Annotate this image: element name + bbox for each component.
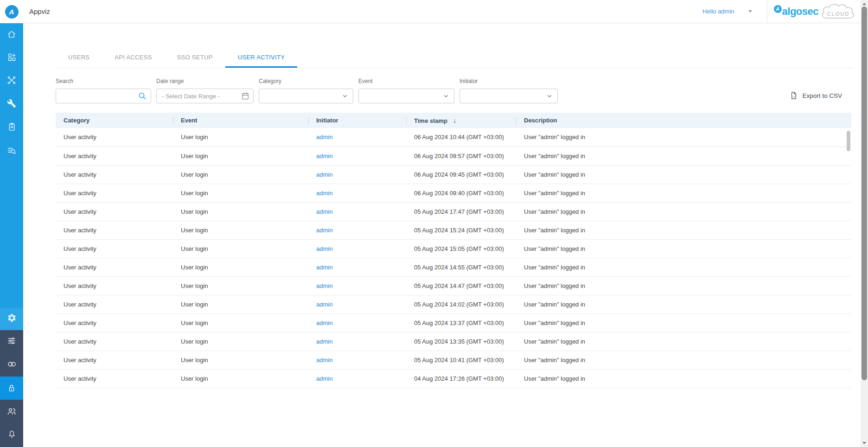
initiator-link[interactable]: admin (316, 264, 332, 271)
sidebar-item-network-map[interactable] (0, 69, 23, 91)
initiator-link[interactable]: admin (316, 338, 332, 345)
initiator-select[interactable] (460, 89, 558, 103)
cell-description: User "admin" logged in (516, 295, 851, 313)
sidebar-item-integrations[interactable] (0, 353, 23, 375)
initiator-link[interactable]: admin (316, 208, 332, 215)
algosec-mark-icon: A (774, 5, 782, 13)
cell-event: User login (173, 369, 308, 388)
sidebar-item-notifications[interactable] (0, 422, 23, 445)
sidebar-item-home[interactable] (0, 23, 23, 45)
table-row[interactable]: User activity User login admin 04 Aug 20… (56, 369, 851, 388)
cell-category: User activity (56, 295, 173, 313)
initiator-link[interactable]: admin (316, 282, 332, 289)
apps-icon (7, 52, 17, 62)
cell-event: User login (173, 128, 308, 147)
svg-text:csv: csv (793, 96, 796, 98)
table-row[interactable]: User activity User login admin 06 Aug 20… (56, 165, 851, 184)
sidebar-item-security[interactable] (0, 377, 23, 399)
cell-description: User "admin" logged in (516, 128, 851, 147)
scroll-up-icon[interactable] (862, 3, 866, 5)
app-logo[interactable]: A (0, 0, 23, 23)
cell-description: User "admin" logged in (516, 221, 851, 239)
initiator-link[interactable]: admin (316, 134, 332, 140)
cell-timestamp: 05 Aug 2024 13:37 (GMT +03:00) (406, 313, 516, 332)
calendar-icon[interactable] (241, 91, 250, 102)
wrench-icon (7, 99, 16, 108)
col-header-initiator[interactable]: Initiator (308, 113, 406, 128)
cell-timestamp: 06 Aug 2024 09:57 (GMT +03:00) (406, 147, 516, 165)
link-rings-icon (6, 359, 17, 370)
initiator-link[interactable]: admin (316, 301, 332, 308)
cell-category: User activity (56, 147, 173, 165)
tab-user-activity[interactable]: USER ACTIVITY (225, 49, 297, 68)
window-scrollbar[interactable] (861, 0, 868, 447)
initiator-link[interactable]: admin (316, 227, 332, 234)
initiator-link[interactable]: admin (316, 245, 332, 252)
search-icon[interactable] (137, 91, 147, 103)
date-range-label: Date range (156, 78, 254, 84)
sidebar-item-tools[interactable] (0, 92, 23, 115)
table-row[interactable]: User activity User login admin 06 Aug 20… (56, 184, 851, 202)
home-icon (6, 29, 17, 39)
cell-category: User activity (56, 128, 173, 147)
table-row[interactable]: User activity User login admin 06 Aug 20… (56, 128, 851, 147)
table-row[interactable]: User activity User login admin 05 Aug 20… (56, 276, 851, 295)
activity-table-body: User activity User login admin 06 Aug 20… (56, 128, 851, 388)
sort-desc-icon[interactable]: ↓ (453, 117, 456, 124)
sidebar-item-settings[interactable] (0, 307, 23, 329)
table-scrollbar-thumb[interactable] (847, 131, 850, 151)
cell-category: User activity (56, 332, 173, 351)
user-menu[interactable]: Hello admin (702, 8, 734, 15)
tab-api-access[interactable]: API ACCESS (102, 49, 164, 68)
initiator-link[interactable]: admin (316, 357, 332, 364)
svg-text:CLOUD: CLOUD (827, 11, 850, 17)
col-header-category[interactable]: Category (56, 113, 173, 128)
category-select[interactable] (259, 89, 353, 103)
event-label: Event (358, 78, 454, 84)
scroll-down-icon[interactable] (862, 442, 866, 444)
table-row[interactable]: User activity User login admin 05 Aug 20… (56, 295, 851, 313)
sidebar-item-audit-search[interactable] (0, 140, 23, 162)
table-row[interactable]: User activity User login admin 06 Aug 20… (56, 147, 851, 165)
bell-icon (7, 429, 17, 439)
table-row[interactable]: User activity User login admin 05 Aug 20… (56, 239, 851, 258)
initiator-link[interactable]: admin (316, 375, 332, 382)
table-row[interactable]: User activity User login admin 05 Aug 20… (56, 313, 851, 332)
table-row[interactable]: User activity User login admin 05 Aug 20… (56, 351, 851, 369)
event-select[interactable] (358, 89, 454, 103)
sliders-icon (6, 336, 17, 346)
col-header-event[interactable]: Event (173, 113, 308, 128)
tab-sso-setup[interactable]: SSO SETUP (165, 49, 225, 68)
sidebar-item-preferences[interactable] (0, 330, 23, 352)
cell-description: User "admin" logged in (516, 351, 851, 369)
cell-description: User "admin" logged in (516, 239, 851, 258)
cell-event: User login (173, 351, 308, 369)
export-csv-button[interactable]: csv Export to CSV (789, 91, 842, 100)
window-scrollbar-thumb[interactable] (862, 6, 867, 380)
initiator-link[interactable]: admin (316, 319, 332, 326)
table-row[interactable]: User activity User login admin 05 Aug 20… (56, 332, 851, 351)
initiator-link[interactable]: admin (316, 190, 332, 197)
gear-icon (7, 313, 17, 323)
table-row[interactable]: User activity User login admin 05 Aug 20… (56, 221, 851, 239)
table-row[interactable]: User activity User login admin 05 Aug 20… (56, 202, 851, 221)
export-csv-label: Export to CSV (802, 92, 842, 99)
col-header-description[interactable]: Description (516, 113, 851, 128)
cell-timestamp: 05 Aug 2024 10:41 (GMT +03:00) (406, 351, 516, 369)
initiator-link[interactable]: admin (316, 153, 332, 160)
cell-event: User login (173, 258, 308, 276)
sidebar-item-reports[interactable] (0, 115, 23, 138)
tab-users[interactable]: USERS (56, 49, 102, 68)
col-header-timestamp[interactable]: Time stamp↓ (406, 113, 516, 128)
cell-description: User "admin" logged in (516, 147, 851, 165)
cell-timestamp: 06 Aug 2024 09:45 (GMT +03:00) (406, 165, 516, 184)
date-range-input[interactable] (156, 89, 254, 103)
initiator-link[interactable]: admin (316, 171, 332, 178)
table-row[interactable]: User activity User login admin 05 Aug 20… (56, 258, 851, 276)
user-menu-caret-icon[interactable] (748, 10, 752, 13)
cell-category: User activity (56, 221, 173, 239)
cell-category: User activity (56, 165, 173, 184)
network-map-icon (6, 75, 17, 85)
sidebar-item-apps[interactable] (0, 46, 23, 68)
sidebar-item-users[interactable] (0, 400, 23, 422)
